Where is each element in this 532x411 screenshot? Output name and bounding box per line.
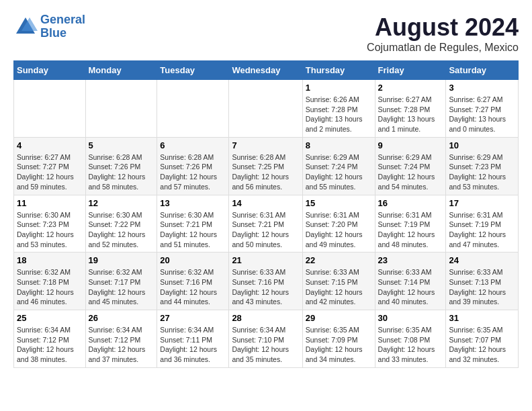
day-number: 5 [89, 140, 154, 150]
calendar-cell [157, 80, 229, 138]
day-number: 31 [449, 313, 515, 323]
calendar-cell: 17Sunrise: 6:31 AM Sunset: 7:19 PM Dayli… [446, 195, 519, 253]
day-number: 14 [232, 198, 299, 208]
weekday-header-thursday: Thursday [302, 61, 375, 80]
day-number: 23 [378, 255, 443, 265]
day-info: Sunrise: 6:32 AM Sunset: 7:16 PM Dayligh… [160, 267, 226, 307]
day-number: 9 [378, 140, 443, 150]
calendar-cell: 6Sunrise: 6:28 AM Sunset: 7:26 PM Daylig… [157, 137, 229, 195]
calendar-cell: 16Sunrise: 6:31 AM Sunset: 7:19 PM Dayli… [375, 195, 446, 253]
day-number: 17 [449, 198, 515, 208]
logo-line2: Blue [40, 26, 66, 40]
calendar-cell: 30Sunrise: 6:35 AM Sunset: 7:08 PM Dayli… [375, 310, 446, 368]
day-number: 8 [306, 140, 372, 150]
calendar-cell: 20Sunrise: 6:32 AM Sunset: 7:16 PM Dayli… [157, 253, 229, 310]
day-info: Sunrise: 6:29 AM Sunset: 7:24 PM Dayligh… [378, 152, 443, 192]
day-number: 11 [17, 198, 83, 208]
day-number: 18 [17, 255, 83, 265]
day-info: Sunrise: 6:31 AM Sunset: 7:20 PM Dayligh… [306, 210, 372, 250]
calendar-cell: 29Sunrise: 6:35 AM Sunset: 7:09 PM Dayli… [302, 310, 375, 368]
weekday-header-tuesday: Tuesday [157, 61, 229, 80]
day-info: Sunrise: 6:29 AM Sunset: 7:24 PM Dayligh… [306, 152, 372, 192]
day-info: Sunrise: 6:31 AM Sunset: 7:21 PM Dayligh… [232, 210, 299, 250]
calendar-cell: 2Sunrise: 6:27 AM Sunset: 7:28 PM Daylig… [375, 80, 446, 138]
day-info: Sunrise: 6:30 AM Sunset: 7:21 PM Dayligh… [160, 210, 226, 250]
day-info: Sunrise: 6:30 AM Sunset: 7:22 PM Dayligh… [89, 210, 154, 250]
day-number: 27 [160, 313, 226, 323]
day-number: 20 [160, 255, 226, 265]
day-number: 7 [232, 140, 299, 150]
calendar-week-5: 25Sunrise: 6:34 AM Sunset: 7:12 PM Dayli… [14, 310, 519, 368]
calendar-cell: 18Sunrise: 6:32 AM Sunset: 7:18 PM Dayli… [14, 253, 86, 310]
calendar-cell: 9Sunrise: 6:29 AM Sunset: 7:24 PM Daylig… [375, 137, 446, 195]
day-info: Sunrise: 6:34 AM Sunset: 7:12 PM Dayligh… [17, 325, 83, 365]
calendar-cell: 25Sunrise: 6:34 AM Sunset: 7:12 PM Dayli… [14, 310, 86, 368]
logo-icon [13, 15, 38, 39]
calendar-week-4: 18Sunrise: 6:32 AM Sunset: 7:18 PM Dayli… [14, 253, 519, 310]
weekday-header-friday: Friday [375, 61, 446, 80]
day-info: Sunrise: 6:35 AM Sunset: 7:07 PM Dayligh… [449, 325, 515, 365]
calendar-cell: 23Sunrise: 6:33 AM Sunset: 7:14 PM Dayli… [375, 253, 446, 310]
logo-text: General Blue [40, 13, 85, 40]
day-info: Sunrise: 6:35 AM Sunset: 7:08 PM Dayligh… [378, 325, 443, 365]
calendar-cell: 11Sunrise: 6:30 AM Sunset: 7:23 PM Dayli… [14, 195, 86, 253]
calendar-cell: 19Sunrise: 6:32 AM Sunset: 7:17 PM Dayli… [85, 253, 157, 310]
day-info: Sunrise: 6:35 AM Sunset: 7:09 PM Dayligh… [306, 325, 372, 365]
calendar-week-1: 1Sunrise: 6:26 AM Sunset: 7:28 PM Daylig… [14, 80, 519, 138]
day-info: Sunrise: 6:31 AM Sunset: 7:19 PM Dayligh… [449, 210, 515, 250]
day-number: 12 [89, 198, 154, 208]
calendar-cell: 8Sunrise: 6:29 AM Sunset: 7:24 PM Daylig… [302, 137, 375, 195]
day-number: 15 [306, 198, 372, 208]
day-info: Sunrise: 6:29 AM Sunset: 7:23 PM Dayligh… [449, 152, 515, 192]
calendar-body: 1Sunrise: 6:26 AM Sunset: 7:28 PM Daylig… [14, 80, 519, 368]
day-number: 6 [160, 140, 226, 150]
day-number: 22 [306, 255, 372, 265]
calendar-cell: 5Sunrise: 6:28 AM Sunset: 7:26 PM Daylig… [85, 137, 157, 195]
day-info: Sunrise: 6:27 AM Sunset: 7:27 PM Dayligh… [17, 152, 83, 192]
day-number: 13 [160, 198, 226, 208]
calendar-week-3: 11Sunrise: 6:30 AM Sunset: 7:23 PM Dayli… [14, 195, 519, 253]
weekday-header-wednesday: Wednesday [229, 61, 302, 80]
calendar-cell: 26Sunrise: 6:34 AM Sunset: 7:12 PM Dayli… [85, 310, 157, 368]
calendar-cell: 31Sunrise: 6:35 AM Sunset: 7:07 PM Dayli… [446, 310, 519, 368]
day-number: 3 [449, 83, 515, 93]
day-number: 21 [232, 255, 299, 265]
day-info: Sunrise: 6:28 AM Sunset: 7:26 PM Dayligh… [160, 152, 226, 192]
page-header: General Blue August 2024 Cojumatlan de R… [13, 13, 519, 54]
day-info: Sunrise: 6:33 AM Sunset: 7:13 PM Dayligh… [449, 267, 515, 307]
calendar-cell: 24Sunrise: 6:33 AM Sunset: 7:13 PM Dayli… [446, 253, 519, 310]
weekday-header-monday: Monday [85, 61, 157, 80]
day-number: 1 [306, 83, 372, 93]
day-number: 10 [449, 140, 515, 150]
day-number: 24 [449, 255, 515, 265]
day-info: Sunrise: 6:34 AM Sunset: 7:10 PM Dayligh… [232, 325, 299, 365]
calendar-cell: 15Sunrise: 6:31 AM Sunset: 7:20 PM Dayli… [302, 195, 375, 253]
title-block: August 2024 Cojumatlan de Regules, Mexic… [367, 13, 519, 54]
day-number: 2 [378, 83, 443, 93]
calendar-cell: 4Sunrise: 6:27 AM Sunset: 7:27 PM Daylig… [14, 137, 86, 195]
weekday-header-saturday: Saturday [446, 61, 519, 80]
day-number: 4 [17, 140, 83, 150]
day-number: 28 [232, 313, 299, 323]
calendar-cell: 22Sunrise: 6:33 AM Sunset: 7:15 PM Dayli… [302, 253, 375, 310]
day-info: Sunrise: 6:33 AM Sunset: 7:14 PM Dayligh… [378, 267, 443, 307]
weekday-header-sunday: Sunday [14, 61, 86, 80]
month-title: August 2024 [367, 13, 519, 42]
logo: General Blue [13, 13, 85, 40]
location: Cojumatlan de Regules, Mexico [367, 42, 519, 54]
calendar-cell [14, 80, 86, 138]
weekday-row: SundayMondayTuesdayWednesdayThursdayFrid… [14, 61, 519, 80]
day-number: 30 [378, 313, 443, 323]
calendar-table: SundayMondayTuesdayWednesdayThursdayFrid… [13, 60, 519, 368]
calendar-cell [229, 80, 302, 138]
calendar-cell: 7Sunrise: 6:28 AM Sunset: 7:25 PM Daylig… [229, 137, 302, 195]
calendar-cell: 3Sunrise: 6:27 AM Sunset: 7:27 PM Daylig… [446, 80, 519, 138]
calendar-cell: 14Sunrise: 6:31 AM Sunset: 7:21 PM Dayli… [229, 195, 302, 253]
day-info: Sunrise: 6:27 AM Sunset: 7:27 PM Dayligh… [449, 95, 515, 134]
day-number: 26 [89, 313, 154, 323]
day-info: Sunrise: 6:30 AM Sunset: 7:23 PM Dayligh… [17, 210, 83, 250]
day-info: Sunrise: 6:33 AM Sunset: 7:15 PM Dayligh… [306, 267, 372, 307]
day-info: Sunrise: 6:28 AM Sunset: 7:26 PM Dayligh… [89, 152, 154, 192]
calendar-cell: 13Sunrise: 6:30 AM Sunset: 7:21 PM Dayli… [157, 195, 229, 253]
day-info: Sunrise: 6:34 AM Sunset: 7:11 PM Dayligh… [160, 325, 226, 365]
